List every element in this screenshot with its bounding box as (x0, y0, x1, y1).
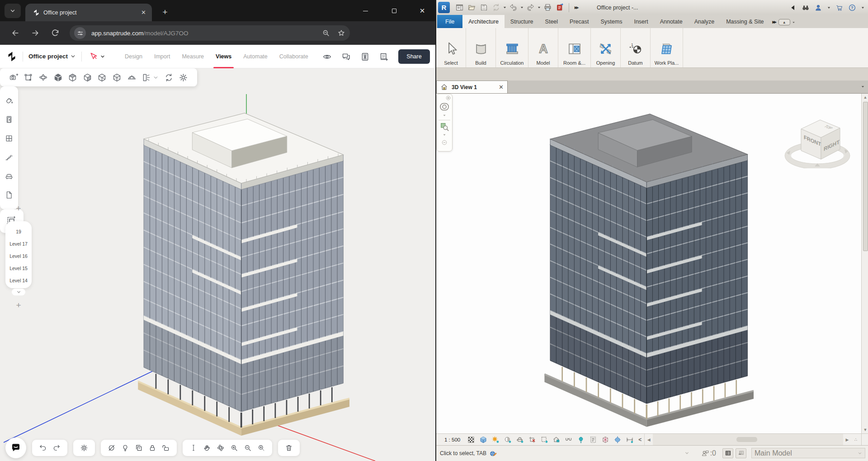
chevron-down-icon[interactable] (100, 54, 105, 59)
ribbon-tab-precast[interactable]: Precast (564, 15, 594, 28)
shadows-icon[interactable] (504, 436, 512, 444)
snaptrude-building-3d[interactable] (0, 68, 435, 461)
tab-search-button[interactable] (5, 4, 21, 18)
bulb-icon[interactable] (121, 444, 129, 452)
nav-item-views[interactable]: Views (210, 45, 237, 68)
chrome-minimize-button[interactable] (361, 6, 370, 15)
ribbon-panel-opening[interactable]: Opening (591, 28, 621, 67)
ribbon-panel-build[interactable]: Build (466, 28, 496, 67)
comments-icon[interactable] (341, 52, 351, 62)
level-item[interactable]: Level 15 (9, 262, 28, 274)
ribbon-tab-structure[interactable]: Structure (505, 15, 539, 28)
temp-view-icon[interactable] (589, 436, 597, 444)
ribbon-tab-insert[interactable]: Insert (628, 15, 654, 28)
ribbon-panel-circulation[interactable]: Circulation (496, 28, 528, 67)
horizontal-scrollbar[interactable]: ◀ ▶ ∴ (644, 434, 861, 445)
editable-elements-icon[interactable] (701, 449, 709, 457)
visual-style-icon[interactable] (479, 436, 487, 444)
project-dropdown[interactable]: Office project (28, 53, 76, 60)
ribbon-panel-work-pla-[interactable]: Work Pla... (651, 28, 683, 67)
render-icon[interactable] (516, 436, 524, 444)
settings-gear-icon[interactable] (80, 444, 88, 452)
url-bar[interactable]: app.snaptrude.com/model/AJG7OO (70, 25, 350, 41)
ribbon-tab-analyze[interactable]: Analyze (689, 15, 720, 28)
tabs-overflow[interactable]: ▸▸ (773, 19, 776, 25)
export-red-icon[interactable] (556, 3, 564, 12)
level-item[interactable]: Level 16 (9, 250, 28, 262)
caret-left-icon[interactable] (789, 4, 797, 12)
nav-item-collaborate[interactable]: Collaborate (274, 45, 314, 68)
ribbon-collapse-control[interactable]: ▲ (778, 19, 796, 25)
view-scale[interactable]: 1 : 500 (444, 437, 460, 442)
vertical-scroll-thumb[interactable] (863, 102, 868, 251)
file-tabs-icon[interactable] (455, 3, 464, 12)
displace-icon[interactable] (613, 436, 622, 444)
add-level-top-button[interactable]: + (16, 202, 21, 215)
design-options-picker-button[interactable] (736, 448, 746, 458)
zoom-in-icon[interactable] (230, 444, 238, 452)
ribbon-tab-file[interactable]: File (437, 15, 462, 28)
help-circle-icon[interactable]: ? (848, 4, 856, 12)
boq-sheet-icon[interactable] (360, 52, 370, 62)
analytical-icon[interactable] (601, 436, 609, 444)
ribbon-panel-model[interactable]: AModel (528, 28, 558, 67)
pan-hand-icon[interactable] (203, 444, 211, 452)
area-scale-icon[interactable] (379, 52, 389, 62)
ribbon-tab-annotate[interactable]: Annotate (654, 15, 689, 28)
bookmark-star-icon[interactable] (337, 29, 345, 37)
revit-logo[interactable]: R (438, 2, 450, 13)
ribbon-tab-massing-site[interactable]: Massing & Site (720, 15, 769, 28)
ribbon-tab-architecture[interactable]: Architecture (462, 15, 505, 28)
undo-arrow-icon[interactable] (509, 3, 518, 12)
print-icon[interactable] (543, 3, 552, 12)
material-off-icon[interactable] (108, 444, 116, 452)
ribbon-panel-room-[interactable]: Room &... (558, 28, 591, 67)
horizontal-scroll-thumb[interactable] (736, 437, 757, 442)
ribbon-tab-steel[interactable]: Steel (539, 15, 564, 28)
crop-off-icon[interactable] (528, 436, 536, 444)
glasses-icon[interactable] (565, 436, 573, 444)
undo-icon[interactable] (39, 444, 47, 452)
orientation-home-icon[interactable] (552, 436, 561, 444)
level-item[interactable]: 19 (16, 225, 21, 238)
view-tab-list-caret[interactable] (860, 84, 865, 89)
scroll-left-arrow[interactable]: ◀ (645, 436, 653, 443)
chrome-close-button[interactable]: ✕ (418, 6, 427, 15)
save-icon[interactable] (480, 3, 488, 12)
pointer-slim-icon[interactable] (189, 444, 198, 452)
browser-tab[interactable]: Office project ✕ (25, 4, 152, 21)
crop-region-icon[interactable] (540, 436, 548, 444)
open-folder-icon[interactable] (467, 3, 476, 12)
level-item[interactable]: Level 14 (9, 274, 28, 286)
nav-item-measure[interactable]: Measure (176, 45, 210, 68)
design-options-button[interactable] (722, 448, 733, 458)
view-tab-close-icon[interactable]: ✕ (499, 84, 504, 90)
reload-icon[interactable] (51, 29, 60, 38)
select-tool[interactable] (89, 52, 105, 61)
revit-viewport[interactable]: FRONT RIGHT TOP (436, 94, 861, 433)
forward-arrow-icon[interactable] (31, 29, 40, 38)
site-settings-icon[interactable] (74, 27, 86, 39)
copy-views-icon[interactable] (135, 444, 143, 452)
tab-close-icon[interactable]: ✕ (140, 9, 147, 16)
share-button[interactable]: Share (398, 49, 430, 64)
sun-path-icon[interactable] (491, 436, 500, 444)
view-tab-3d-view-1[interactable]: 3D View 1 ✕ (436, 81, 508, 93)
add-level-bottom-button[interactable]: + (16, 299, 21, 312)
resize-grip[interactable]: ∴ (851, 437, 861, 442)
orbit-icon[interactable] (217, 444, 225, 452)
caret-icon[interactable] (520, 3, 524, 12)
chrome-maximize-button[interactable] (390, 6, 399, 15)
horizontal-scroll-track[interactable] (653, 434, 843, 445)
caret-icon[interactable] (827, 4, 831, 12)
level-item[interactable]: Level 17 (9, 238, 28, 250)
scroll-up-arrow[interactable]: ▲ (862, 94, 868, 101)
active-design-option-field[interactable]: Main Model (751, 448, 865, 458)
zoom-fit-icon[interactable] (257, 444, 265, 452)
viewctl-collapse[interactable]: < (638, 437, 642, 443)
sync-disabled-icon[interactable] (492, 3, 500, 12)
lock-icon[interactable] (148, 444, 156, 452)
back-arrow-icon[interactable] (11, 29, 20, 38)
user-person-icon[interactable] (814, 4, 822, 12)
snaptrude-canvas[interactable]: + 19Level 17Level 16Level 15Level 14 + (0, 68, 435, 461)
